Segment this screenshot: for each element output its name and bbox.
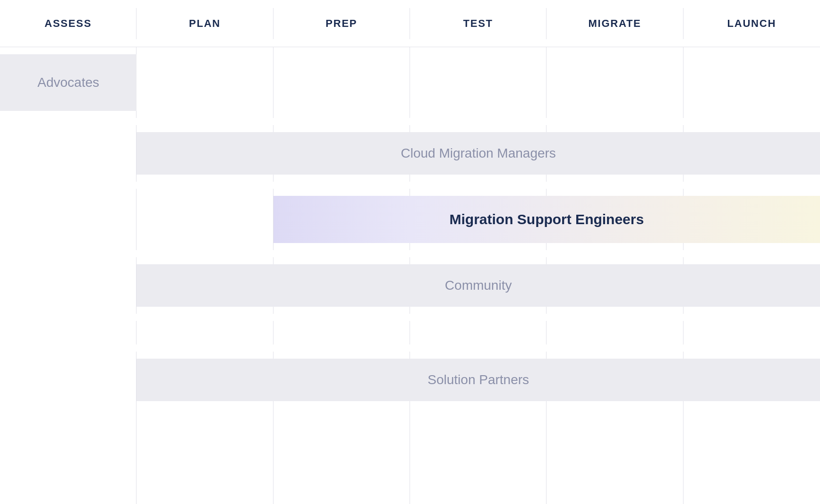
row-sep-4 — [0, 314, 820, 321]
header-test: TEST — [410, 8, 547, 39]
header-launch: LAUNCH — [683, 8, 820, 39]
migration-purple-section — [273, 196, 410, 243]
row-sep-5 — [0, 344, 820, 352]
bottom-area — [0, 408, 820, 504]
row-sep-2 — [0, 182, 820, 189]
solution-spacer — [0, 352, 137, 408]
advocates-empty — [137, 47, 820, 118]
solution-label: Solution Partners — [427, 372, 529, 387]
cloud-label: Cloud Migration Managers — [401, 146, 555, 161]
migration-spacer-left — [0, 189, 273, 250]
header-row: ASSESS PLAN PREP TEST MIGRATE LAUNCH — [0, 0, 820, 47]
row-migration: Migration Support Engineers — [0, 189, 820, 250]
row-sep-1 — [0, 118, 820, 125]
community-spacer — [0, 257, 137, 314]
migration-content: Migration Support Engineers — [410, 196, 683, 243]
community-block: Community — [137, 264, 820, 307]
row-community: Community — [0, 257, 820, 314]
header-plan: PLAN — [137, 8, 273, 39]
rows-container: Advocates Cloud Migration Managers Migra… — [0, 47, 820, 504]
row-cloud: Cloud Migration Managers — [0, 125, 820, 182]
community-label: Community — [445, 278, 512, 293]
advocates-block: Advocates — [0, 54, 137, 111]
row-empty — [0, 321, 820, 344]
header-prep: PREP — [273, 8, 410, 39]
migration-yellow-section — [683, 196, 820, 243]
advocates-label: Advocates — [37, 75, 99, 90]
header-migrate: MIGRATE — [547, 8, 683, 39]
row-solution: Solution Partners — [0, 352, 820, 408]
row-advocates: Advocates — [0, 47, 820, 118]
main-container: ASSESS PLAN PREP TEST MIGRATE LAUNCH Adv… — [0, 0, 820, 504]
migration-label: Migration Support Engineers — [449, 211, 644, 227]
cloud-block: Cloud Migration Managers — [137, 132, 820, 175]
cloud-spacer — [0, 125, 137, 182]
content-area: Advocates Cloud Migration Managers Migra… — [0, 47, 820, 504]
row-sep-3 — [0, 250, 820, 257]
header-assess: ASSESS — [0, 8, 137, 39]
solution-block: Solution Partners — [137, 359, 820, 401]
